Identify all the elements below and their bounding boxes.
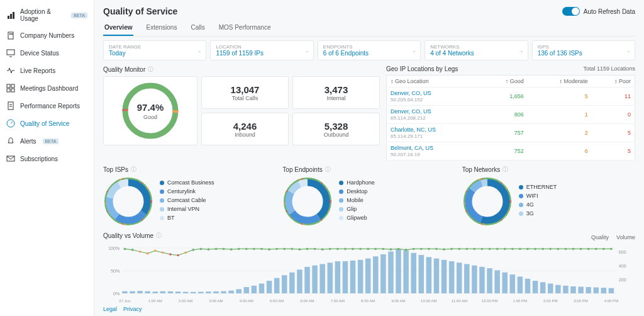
- stat-card-inbound: 4,246Inbound: [201, 113, 289, 145]
- sidebar-item-adoption-usage[interactable]: Adoption & UsageBETA: [0, 4, 94, 26]
- legend-item: Comcast Cable: [160, 197, 214, 203]
- col-good[interactable]: ↑ Good: [481, 76, 527, 87]
- stat-number: 4,246: [233, 121, 257, 132]
- table-row[interactable]: Denver, CO, US65.114.208.21280610: [387, 106, 635, 124]
- svg-rect-72: [145, 291, 150, 293]
- filter-location[interactable]: LOCATION1159 of 1159 IPs⌄: [210, 40, 313, 60]
- svg-point-156: [291, 248, 294, 251]
- tab-mos-performance[interactable]: MOS Performance: [218, 20, 272, 36]
- svg-rect-99: [350, 261, 355, 293]
- legend: ETHERNETWIFI4G3G: [519, 184, 557, 219]
- legend: HardphoneDesktopMobileGlipGlipweb: [339, 179, 375, 223]
- svg-point-136: [139, 251, 142, 253]
- svg-point-163: [344, 248, 347, 251]
- footer: Legal Privacy: [103, 306, 635, 312]
- svg-text:2:00 AM: 2:00 AM: [179, 299, 192, 303]
- legend-item: 3G: [519, 210, 557, 217]
- sidebar-item-label: Device Status: [20, 50, 59, 57]
- donut-chart: [282, 176, 333, 227]
- svg-point-140: [169, 253, 172, 256]
- svg-rect-86: [252, 286, 257, 293]
- svg-text:11:00 AM: 11:00 AM: [451, 299, 467, 303]
- col-poor[interactable]: ↕ Poor: [592, 76, 635, 87]
- svg-rect-91: [289, 273, 294, 293]
- chevron-down-icon: ⌄: [305, 48, 309, 54]
- sidebar-item-subscriptions[interactable]: Subscriptions: [0, 150, 94, 167]
- tab-extensions[interactable]: Extensions: [145, 20, 178, 36]
- filter-label: LOCATION: [216, 44, 308, 50]
- geo-table: ↕ Geo Location ↑ Good ↕ Moderate ↕ Poor …: [386, 75, 635, 161]
- stat-label: Outbound: [324, 132, 349, 138]
- stat-label: Internal: [326, 95, 345, 101]
- sidebar-item-live-reports[interactable]: Live Reports: [0, 62, 94, 79]
- tab-overview[interactable]: Overview: [103, 20, 133, 36]
- svg-rect-85: [244, 287, 249, 293]
- legend-item: Glipweb: [339, 215, 375, 221]
- legend-item: ETHERNET: [519, 184, 557, 190]
- building-icon: [6, 31, 15, 40]
- svg-rect-90: [282, 275, 287, 293]
- privacy-link[interactable]: Privacy: [123, 306, 142, 312]
- svg-point-177: [450, 248, 453, 251]
- svg-rect-74: [160, 291, 165, 293]
- stat-label: Inbound: [235, 132, 255, 138]
- svg-point-155: [283, 248, 286, 251]
- svg-point-159: [314, 248, 316, 251]
- svg-rect-95: [319, 264, 325, 293]
- svg-text:3:00 PM: 3:00 PM: [574, 299, 587, 303]
- svg-rect-92: [297, 269, 302, 293]
- svg-point-153: [268, 248, 270, 251]
- sidebar-item-alerts[interactable]: AlertsBETA: [0, 132, 94, 150]
- ring-panel-top-networks: Top Networks ⓘ ETHERNETWIFI4G3G: [462, 166, 635, 227]
- filter-label: DATE RANGE: [109, 44, 201, 50]
- geo-total: Total 1159 Locations: [583, 65, 635, 72]
- svg-text:9:00 AM: 9:00 AM: [391, 299, 405, 303]
- sidebar-item-quality-of-service[interactable]: Quality of Service: [0, 115, 94, 132]
- svg-rect-123: [533, 281, 538, 293]
- sidebar-item-device-status[interactable]: Device Status: [0, 44, 94, 62]
- sidebar-item-meetings-dashboard[interactable]: Meetings Dashboard: [0, 79, 94, 97]
- auto-refresh-toggle[interactable]: Auto Refresh Data: [562, 7, 635, 16]
- svg-point-173: [420, 248, 423, 251]
- svg-rect-125: [548, 283, 553, 293]
- quality-ring-chart: 97.4% Good: [119, 79, 182, 142]
- sidebar-item-company-numbers[interactable]: Company Numbers: [0, 26, 94, 44]
- legend-item: 4G: [519, 201, 557, 208]
- svg-text:2:00 PM: 2:00 PM: [543, 299, 557, 303]
- legend: Comcast BusinessCenturylinkComcast Cable…: [160, 179, 214, 223]
- table-row[interactable]: Charlotte, NC, US65.114.29.17175725: [387, 124, 635, 142]
- tab-calls[interactable]: Calls: [189, 20, 206, 36]
- svg-point-139: [162, 251, 164, 254]
- qv-legend: Quality Volume: [591, 234, 635, 240]
- filter-isps[interactable]: ISPS136 of 136 ISPs⌄: [532, 40, 635, 60]
- svg-rect-130: [586, 287, 591, 293]
- sidebar-item-performance-reports[interactable]: Performance Reports: [0, 97, 94, 115]
- filter-date-range[interactable]: DATE RANGEToday⌄: [103, 40, 206, 60]
- filter-endpoints[interactable]: ENDPOINTS6 of 6 Endpoints⌄: [318, 40, 421, 60]
- col-moderate[interactable]: ↕ Moderate: [528, 76, 592, 87]
- svg-point-154: [275, 248, 278, 251]
- svg-rect-131: [594, 288, 599, 293]
- svg-rect-88: [267, 281, 272, 293]
- svg-point-189: [541, 248, 544, 251]
- svg-point-183: [496, 248, 499, 251]
- table-row[interactable]: Denver, CO, US50.205.64.1521,656511: [387, 87, 635, 106]
- svg-point-172: [413, 248, 415, 251]
- filter-networks[interactable]: NETWORKS4 of 4 Networks⌄: [425, 40, 528, 60]
- svg-rect-4: [9, 33, 11, 35]
- svg-text:50%: 50%: [111, 269, 119, 273]
- svg-text:12:00 PM: 12:00 PM: [482, 299, 498, 303]
- svg-point-143: [192, 249, 194, 251]
- svg-rect-108: [419, 255, 424, 293]
- legal-link[interactable]: Legal: [103, 306, 117, 312]
- svg-rect-89: [274, 278, 279, 293]
- svg-point-188: [534, 248, 536, 251]
- ring-title: Top ISPs ⓘ: [103, 166, 276, 174]
- col-location[interactable]: ↕ Geo Location: [387, 76, 482, 87]
- svg-point-160: [321, 248, 324, 251]
- svg-rect-6: [7, 50, 14, 55]
- legend-item: Internal VPN: [160, 206, 214, 212]
- table-row[interactable]: Belmont, CA, US50.207.16.1975265: [387, 142, 635, 161]
- svg-rect-2: [13, 12, 14, 19]
- sidebar-item-label: Subscriptions: [20, 155, 58, 162]
